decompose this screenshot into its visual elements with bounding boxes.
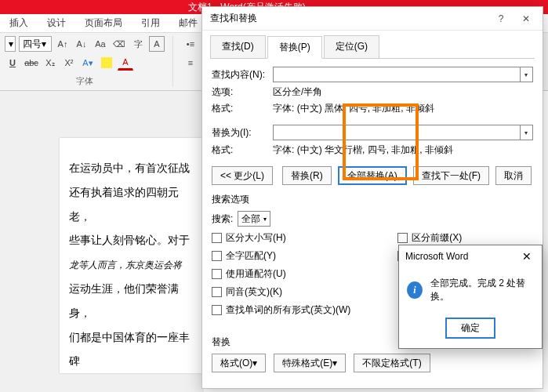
ribbon-tab-references[interactable]: 引用 [132, 14, 169, 32]
search-direction-select[interactable]: 全部▾ [238, 211, 270, 227]
find-label: 查找内容(N): [212, 68, 273, 82]
find-format-value: 字体: (中文) 黑体, 四号, 非加粗, 非倾斜 [273, 102, 434, 115]
doc-line: 们都是中国体育的一座丰碑 [69, 326, 199, 375]
format-label: 格式: [212, 143, 273, 157]
ribbon-tab-layout[interactable]: 页面布局 [75, 14, 132, 32]
check-prefix[interactable]: 区分前缀(X) [397, 231, 462, 245]
doc-line: 在运动员中，有首次征战 [69, 157, 199, 181]
increase-font-button[interactable]: A↑ [55, 36, 71, 52]
clear-format-button[interactable]: ⌫ [111, 36, 127, 52]
check-all-word-forms[interactable]: 查找单词的所有形式(英文)(W) [212, 303, 350, 317]
replace-label: 替换为(I): [212, 126, 273, 140]
less-button[interactable]: << 更少(L) [212, 166, 273, 185]
highlight-button[interactable] [101, 57, 112, 68]
cancel-button[interactable]: 取消 [495, 166, 532, 185]
doc-line: 些事让人刻骨铭心。对于 [69, 229, 199, 253]
check-match-case[interactable]: 区分大小写(H) [212, 231, 350, 245]
dialog-title: 查找和替换 [210, 12, 257, 25]
dialog-titlebar: 查找和替换 ? ✕ [202, 7, 543, 31]
help-icon[interactable]: ? [489, 9, 513, 28]
text-effects-button[interactable]: A▾ [80, 55, 96, 71]
bullets-button[interactable]: •≡ [183, 36, 198, 52]
align-button[interactable]: ≡ [183, 55, 198, 71]
chevron-down-icon[interactable]: ▾ [520, 125, 531, 140]
ok-button[interactable]: 确定 [445, 318, 495, 339]
message-box: Microsoft Word ✕ i 全部完成。完成 2 处替换。 确定 [398, 245, 543, 349]
format-label: 格式: [212, 102, 273, 115]
decrease-font-button[interactable]: A↓ [74, 36, 89, 52]
ribbon-tab-design[interactable]: 设计 [38, 14, 75, 32]
format-button[interactable]: 格式(O)▾ [212, 354, 266, 372]
font-color-button[interactable]: A [118, 55, 133, 71]
check-sounds-like[interactable]: 同音(英文)(K) [212, 285, 350, 299]
replace-format-value: 字体: (中文) 华文行楷, 四号, 非加粗, 非倾斜 [273, 143, 453, 157]
check-whole-word[interactable]: 全字匹配(Y) [212, 249, 350, 263]
strike-button[interactable]: abc [24, 55, 39, 71]
tab-find[interactable]: 查找(D) [210, 35, 266, 58]
underline-button[interactable]: U [5, 55, 20, 71]
info-icon: i [407, 281, 423, 299]
ribbon-tab-insert[interactable]: 插入 [0, 14, 38, 32]
no-format-button[interactable]: 不限定格式(T) [354, 354, 430, 372]
document-area: 在运动员中，有首次征战 还有执着追求的四朝元老， 些事让人刻骨铭心。对于 龙等人… [0, 91, 204, 392]
tab-replace[interactable]: 替换(P) [267, 36, 322, 59]
char-frame-button[interactable]: A [149, 36, 165, 52]
chevron-down-icon[interactable]: ▾ [520, 67, 531, 82]
change-case-button[interactable]: Aa [93, 36, 108, 52]
close-icon[interactable]: ✕ [515, 248, 539, 265]
replace-button[interactable]: 替换(R) [282, 166, 332, 185]
find-input[interactable]: ▾ [273, 67, 533, 82]
options-label: 选项: [212, 85, 273, 99]
font-select[interactable]: ▾ [5, 36, 16, 52]
find-next-button[interactable]: 查找下一处(F) [413, 166, 489, 185]
tab-goto[interactable]: 定位(G) [324, 35, 379, 58]
check-wildcards[interactable]: 使用通配符(U) [212, 267, 350, 281]
msgbox-title: Microsoft Word [405, 251, 468, 262]
superscript-button[interactable]: X² [61, 55, 77, 71]
options-value: 区分全/半角 [273, 85, 322, 99]
dialog-tabs: 查找(D) 替换(P) 定位(G) [202, 31, 543, 58]
close-icon[interactable]: ✕ [514, 9, 538, 28]
doc-line: 运动生涯，他们荣誉满身， [69, 278, 199, 326]
replace-all-button[interactable]: 全部替换(A) [338, 166, 407, 185]
replace-input[interactable]: ▾ [273, 125, 533, 140]
doc-line: 还有执着追求的四朝元老， [69, 181, 199, 230]
document-page[interactable]: 在运动员中，有首次征战 还有执着追求的四朝元老， 些事让人刻骨铭心。对于 龙等人… [60, 138, 209, 373]
search-section-header: 搜索选项 [212, 193, 533, 206]
special-button[interactable]: 特殊格式(E)▾ [274, 354, 346, 372]
font-group-label: 字体 [5, 75, 165, 87]
font-size-select[interactable]: 四号 ▾ [19, 36, 52, 52]
subscript-button[interactable]: X₂ [42, 55, 58, 71]
msgbox-text: 全部完成。完成 2 处替换。 [430, 277, 534, 303]
doc-line: 龙等人而言，东京奥运会将 [69, 253, 199, 278]
search-label: 搜索: [212, 212, 233, 226]
phonetic-button[interactable]: 字 [130, 36, 146, 52]
